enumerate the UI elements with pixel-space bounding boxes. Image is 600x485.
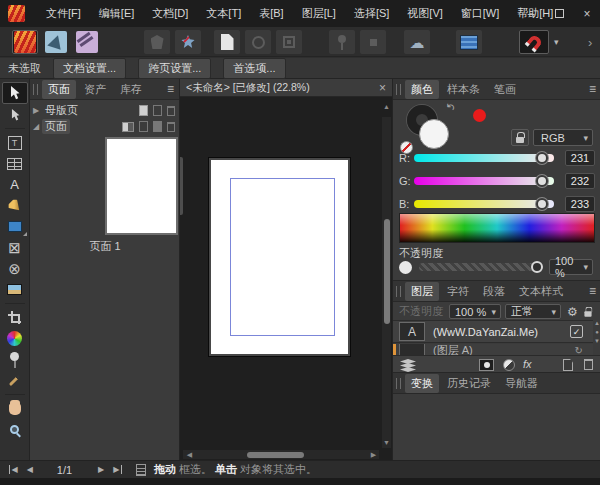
toolbar-overflow-icon[interactable]: › (588, 35, 592, 50)
opacity-knob[interactable] (531, 261, 543, 273)
blue-channel-slider[interactable] (414, 200, 554, 208)
delete-master-icon[interactable] (167, 106, 175, 116)
account-button[interactable] (144, 30, 170, 54)
scroll-thumb-icon[interactable]: ● (595, 329, 599, 335)
sampled-color-swatch[interactable] (473, 109, 486, 122)
delete-page-icon[interactable] (167, 122, 175, 132)
layer-row[interactable]: A (WwW.DaYanZai.Me) ✓ (393, 320, 593, 343)
red-slider-knob[interactable] (536, 152, 548, 164)
tab-pages[interactable]: 页面 (42, 80, 76, 99)
menu-text[interactable]: 文本[T] (197, 3, 250, 24)
baseline-grid-button[interactable] (456, 30, 482, 54)
view-tool[interactable] (2, 398, 28, 419)
new-layer-icon[interactable] (563, 359, 573, 371)
opacity-dropdown[interactable]: 100 % ▾ (549, 259, 593, 275)
scroll-down-icon[interactable]: ▼ (382, 439, 391, 446)
tab-swatches[interactable]: 样本条 (441, 80, 486, 99)
collapse-icon[interactable]: ▶ (30, 106, 42, 115)
page-list-icon[interactable] (136, 464, 146, 476)
publisher-persona-button[interactable] (12, 30, 38, 54)
page-thumbnail[interactable] (105, 137, 178, 235)
tab-stock[interactable]: 库存 (114, 80, 148, 99)
artistic-text-tool[interactable]: A (2, 174, 28, 195)
layer-opacity-dropdown[interactable]: 100 % ▾ (449, 304, 501, 319)
scroll-left-icon[interactable]: ◀ (185, 451, 194, 459)
document-close-icon[interactable]: × (379, 81, 386, 95)
hscroll-thumb[interactable] (247, 452, 304, 458)
table-tool[interactable] (2, 153, 28, 174)
panel-grip-icon[interactable] (33, 84, 38, 95)
menu-document[interactable]: 文档[D] (143, 3, 197, 24)
photo-persona-button[interactable] (74, 30, 100, 54)
pen-tool[interactable] (2, 195, 28, 216)
pages-row[interactable]: ◢ 页面 (30, 119, 179, 134)
red-channel-slider[interactable] (414, 154, 554, 162)
crop-tool[interactable] (2, 307, 28, 328)
panel-menu-icon[interactable]: ≡ (167, 82, 174, 96)
tab-character[interactable]: 字符 (441, 282, 475, 301)
fill-color-well[interactable] (419, 119, 449, 149)
fill-tool[interactable] (2, 328, 28, 349)
scroll-down-icon[interactable]: ▼ (594, 338, 600, 344)
add-page-icon[interactable] (139, 121, 148, 132)
next-page-button[interactable]: ▶ (98, 465, 104, 474)
mask-icon[interactable] (479, 359, 494, 371)
picture-frame-rect-tool[interactable]: ⊠ (2, 237, 28, 258)
zoom-tool[interactable] (2, 419, 28, 440)
tab-history[interactable]: 历史记录 (441, 374, 497, 393)
anchor-button[interactable] (360, 30, 386, 54)
ellipse-tool-button[interactable] (245, 30, 271, 54)
cloud-button[interactable]: ☁ (404, 30, 430, 54)
tab-color[interactable]: 颜色 (405, 80, 439, 99)
blend-mode-dropdown[interactable]: 正常 ▾ (505, 304, 561, 319)
preferences-button[interactable]: 首选项... (223, 58, 285, 79)
green-channel-slider[interactable] (414, 177, 554, 185)
maximize-button[interactable] (552, 7, 566, 21)
splitter-grip[interactable] (180, 157, 183, 215)
previous-page-button[interactable]: ◀ (27, 465, 33, 474)
document-page[interactable] (209, 158, 350, 356)
duplicate-master-icon[interactable] (153, 105, 162, 116)
color-mode-dropdown[interactable]: RGB ▾ (533, 129, 593, 146)
tab-layers[interactable]: 图层 (405, 282, 439, 301)
designer-persona-button[interactable] (43, 30, 69, 54)
layers-scrollbar[interactable]: ▲ ● ▼ (593, 320, 600, 356)
green-slider-knob[interactable] (536, 175, 548, 187)
tab-text-styles[interactable]: 文本样式 (513, 282, 569, 301)
close-button[interactable]: × (580, 7, 594, 21)
scroll-up-icon[interactable]: ▲ (594, 320, 600, 326)
scroll-up-icon[interactable]: ▲ (382, 103, 391, 110)
red-channel-value[interactable]: 231 (565, 150, 595, 166)
document-setup-button[interactable]: 文档设置... (53, 58, 126, 79)
delete-layer-icon[interactable] (584, 359, 593, 370)
menu-table[interactable]: 表[B] (250, 3, 292, 24)
panel-grip-icon[interactable] (396, 84, 401, 95)
minimize-button[interactable]: – (524, 7, 538, 21)
gear-icon[interactable]: ⚙ (567, 305, 578, 319)
swap-colors-icon[interactable]: ↶ (442, 100, 458, 116)
blue-slider-knob[interactable] (536, 198, 548, 210)
menu-file[interactable]: 文件[F] (37, 3, 90, 24)
menu-window[interactable]: 窗口[W] (452, 3, 509, 24)
layer-visibility-checkbox[interactable]: ✓ (570, 325, 583, 338)
place-image-tool[interactable] (2, 279, 28, 300)
menu-layer[interactable]: 图层[L] (293, 3, 345, 24)
transparency-tool[interactable] (2, 349, 28, 370)
menu-select[interactable]: 选择[S] (345, 3, 398, 24)
color-lock-button[interactable] (511, 129, 529, 146)
menu-view[interactable]: 视图[V] (398, 3, 451, 24)
panel-menu-icon[interactable]: ≡ (589, 82, 596, 96)
layer-name[interactable]: (WwW.DaYanZai.Me) (433, 326, 538, 338)
move-tool[interactable] (2, 82, 28, 104)
blue-channel-value[interactable]: 233 (565, 196, 595, 212)
opacity-slider[interactable] (419, 263, 541, 271)
pin-button[interactable] (329, 30, 355, 54)
tab-paragraph[interactable]: 段落 (477, 282, 511, 301)
adjustment-icon[interactable] (503, 359, 515, 371)
panel-grip-icon[interactable] (396, 286, 401, 297)
panel-grip-icon[interactable] (396, 378, 401, 389)
first-page-button[interactable]: ◀ (9, 465, 18, 474)
frame-text-tool[interactable]: T (2, 132, 28, 153)
node-tool[interactable] (2, 104, 28, 125)
picture-frame-ellipse-tool[interactable]: ⊗ (2, 258, 28, 279)
